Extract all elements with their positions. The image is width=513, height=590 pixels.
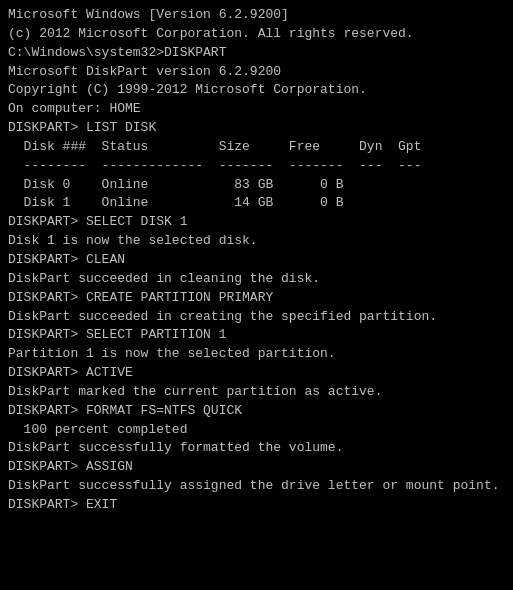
terminal-line: C:\Windows\system32>DISKPART: [8, 44, 505, 63]
terminal-line: DISKPART> CREATE PARTITION PRIMARY: [8, 289, 505, 308]
terminal-line: Microsoft Windows [Version 6.2.9200]: [8, 6, 505, 25]
terminal-line: Disk ### Status Size Free Dyn Gpt: [8, 138, 505, 157]
terminal-line: DISKPART> SELECT DISK 1: [8, 213, 505, 232]
terminal-line: DISKPART> EXIT: [8, 496, 505, 515]
terminal-line: DISKPART> ACTIVE: [8, 364, 505, 383]
terminal-line: DiskPart successfully formatted the volu…: [8, 439, 505, 458]
terminal-line: Disk 0 Online 83 GB 0 B: [8, 176, 505, 195]
terminal-line: DiskPart succeeded in creating the speci…: [8, 308, 505, 327]
terminal-line: DISKPART> FORMAT FS=NTFS QUICK: [8, 402, 505, 421]
terminal-line: DISKPART> SELECT PARTITION 1: [8, 326, 505, 345]
terminal-line: Disk 1 Online 14 GB 0 B: [8, 194, 505, 213]
terminal-line: Partition 1 is now the selected partitio…: [8, 345, 505, 364]
terminal-line: DiskPart successfully assigned the drive…: [8, 477, 505, 496]
terminal-window: Microsoft Windows [Version 6.2.9200](c) …: [0, 0, 513, 590]
terminal-line: DISKPART> ASSIGN: [8, 458, 505, 477]
terminal-line: DISKPART> LIST DISK: [8, 119, 505, 138]
terminal-line: DiskPart succeeded in cleaning the disk.: [8, 270, 505, 289]
terminal-line: (c) 2012 Microsoft Corporation. All righ…: [8, 25, 505, 44]
terminal-content: Microsoft Windows [Version 6.2.9200](c) …: [8, 6, 505, 515]
terminal-line: -------- ------------- ------- ------- -…: [8, 157, 505, 176]
terminal-line: DISKPART> CLEAN: [8, 251, 505, 270]
terminal-line: Copyright (C) 1999-2012 Microsoft Corpor…: [8, 81, 505, 100]
terminal-line: Disk 1 is now the selected disk.: [8, 232, 505, 251]
terminal-line: Microsoft DiskPart version 6.2.9200: [8, 63, 505, 82]
terminal-line: DiskPart marked the current partition as…: [8, 383, 505, 402]
terminal-line: On computer: HOME: [8, 100, 505, 119]
terminal-line: 100 percent completed: [8, 421, 505, 440]
